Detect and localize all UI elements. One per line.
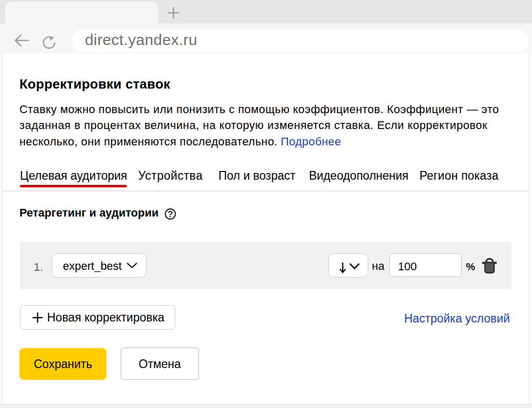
svg-text:?: ?: [168, 209, 173, 219]
